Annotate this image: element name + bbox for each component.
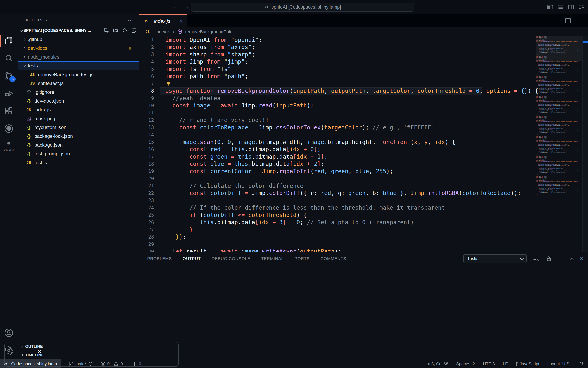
code-line-16[interactable]: 16 const red = this.bitmap.data[idx + 0]… bbox=[139, 146, 536, 153]
breadcrumb-file[interactable]: index.js bbox=[156, 29, 171, 34]
panel-tab-output[interactable]: OUTPUT bbox=[182, 253, 201, 264]
code-line-28[interactable]: 28 }); bbox=[139, 233, 536, 241]
close-panel-icon[interactable]: ✕ bbox=[579, 256, 584, 262]
split-editor-icon[interactable] bbox=[564, 17, 572, 24]
panel-tab-terminal[interactable]: TERMINAL bbox=[261, 253, 284, 264]
editor-more-icon[interactable]: ··· bbox=[577, 18, 584, 24]
status-item--javascript[interactable]: {} JavaScript bbox=[516, 361, 539, 366]
refresh-icon[interactable] bbox=[122, 28, 128, 33]
activity-item-github[interactable] bbox=[0, 120, 18, 138]
code-line-26[interactable]: 26 this.bitmap.data[idx + 3] = 0; // Set… bbox=[139, 219, 536, 226]
code-line-8[interactable]: 8async function removeBackgroundColor(in… bbox=[139, 87, 536, 95]
code-line-5[interactable]: 5import fs from "fs" bbox=[139, 65, 536, 73]
breadcrumb-symbol[interactable]: removeBackgroundColor bbox=[185, 29, 234, 34]
status-item-utf-8[interactable]: UTF-8 bbox=[483, 361, 495, 366]
activity-item-source-control[interactable]: 5 bbox=[0, 67, 18, 85]
panel-tab-ports[interactable]: PORTS bbox=[294, 253, 310, 264]
code-line-27[interactable]: 27 } bbox=[139, 226, 536, 233]
clear-output-icon[interactable] bbox=[533, 255, 539, 262]
sidebar-section-outline[interactable]: OUTLINE bbox=[18, 342, 139, 351]
code-line-11[interactable]: 11 bbox=[139, 109, 536, 117]
code-line-14[interactable]: 14 bbox=[139, 131, 536, 138]
layout-panel-icon[interactable] bbox=[557, 4, 564, 11]
layout-right-icon[interactable] bbox=[568, 4, 574, 11]
branch-indicator[interactable]: main* bbox=[68, 361, 93, 367]
tree-item-dev-docs[interactable]: dev-docs bbox=[18, 44, 139, 53]
code-line-22[interactable]: 22 const colorDiff = Jimp.colorDiff({ r:… bbox=[139, 190, 536, 197]
code-line-6[interactable]: 6import path from "path"; bbox=[139, 73, 536, 80]
new-file-icon[interactable] bbox=[103, 28, 110, 33]
code-line-19[interactable]: 19 const currentColor = Jimp.rgbaToInt(r… bbox=[139, 168, 536, 175]
code-line-21[interactable]: 21 // Calculate the color difference bbox=[139, 182, 536, 190]
tree-item-package-lock-json[interactable]: {}package-lock.json bbox=[18, 132, 139, 141]
tree-item-removebackground-test-js[interactable]: JSremoveBackground.test.js bbox=[18, 70, 139, 79]
lightbulb-icon[interactable] bbox=[165, 81, 171, 87]
code-line-9[interactable]: 9 //yeah fdsatea bbox=[139, 95, 536, 102]
activity-item-extensions[interactable] bbox=[0, 102, 18, 120]
tree-item--github[interactable]: .github bbox=[18, 35, 139, 44]
problems-indicator[interactable]: 0 0 bbox=[100, 361, 123, 367]
code-line-7[interactable]: 7 bbox=[139, 80, 536, 87]
tree-item-test-prompt-json[interactable]: {}test_prompt.json bbox=[18, 149, 139, 158]
nav-back-icon[interactable]: ← bbox=[172, 4, 178, 11]
output-content[interactable] bbox=[139, 265, 588, 359]
code-line-12[interactable]: 12 // r and t are very cool!! bbox=[139, 117, 536, 124]
minimap[interactable]: import OpenAI from "openai";import axios… bbox=[536, 36, 582, 252]
explorer-more-icon[interactable]: ··· bbox=[127, 17, 134, 23]
tree-item-node-modules[interactable]: node_modules bbox=[18, 53, 139, 61]
code-line-2[interactable]: 2import axios from "axios"; bbox=[139, 44, 536, 51]
code-line-1[interactable]: 1import OpenAI from "openai"; bbox=[139, 36, 536, 44]
activity-item-dev-docs[interactable]: Dev-Docs bbox=[0, 138, 18, 155]
code-line-25[interactable]: 25 if (colorDiff <= colorThreshold) { bbox=[139, 212, 536, 219]
code-line-4[interactable]: 4import Jimp from "jimp"; bbox=[139, 58, 536, 66]
tree-item-package-json[interactable]: {}package.json bbox=[18, 141, 139, 149]
code-line-18[interactable]: 18 const blue = this.bitmap.data[idx + 2… bbox=[139, 160, 536, 168]
code-line-29[interactable]: 29 bbox=[139, 241, 536, 248]
tree-item-dev-docs-json[interactable]: {}dev-docs.json bbox=[18, 97, 139, 105]
tree-item-test-js[interactable]: JStest.js bbox=[18, 158, 139, 167]
tree-item-mask-png[interactable]: mask.png bbox=[18, 114, 139, 123]
code-line-3[interactable]: 3import sharp from "sharp"; bbox=[139, 51, 536, 58]
bell-icon[interactable] bbox=[579, 361, 584, 367]
tab-index-js[interactable]: JS index.js ✕ bbox=[139, 14, 187, 28]
tree-item-sprite-test-js[interactable]: JSsprite.test.js bbox=[18, 79, 139, 88]
remote-indicator[interactable]: Codespaces: shiny lamp bbox=[0, 359, 61, 368]
nav-forward-icon[interactable]: → bbox=[184, 4, 190, 11]
activity-item-menu[interactable] bbox=[0, 14, 18, 32]
code-line-30[interactable]: 30 let result = await image.writeAsync(o… bbox=[139, 248, 536, 252]
tree-item-index-js[interactable]: JSindex.js bbox=[18, 105, 139, 114]
code-line-10[interactable]: 10 const image = await Jimp.read(inputPa… bbox=[139, 102, 536, 109]
sidebar-section-timeline[interactable]: TIMELINE bbox=[18, 351, 139, 359]
command-center-search[interactable]: spriteAI [Codespaces: shiny lamp] bbox=[191, 3, 414, 12]
project-root-row[interactable]: SPRITEAI [CODESPACES: SHINY ... bbox=[18, 26, 139, 35]
code-line-13[interactable]: 13 const colorToReplace = Jimp.cssColorT… bbox=[139, 124, 536, 131]
panel-tab-problems[interactable]: PROBLEMS bbox=[147, 253, 172, 264]
new-folder-icon[interactable] bbox=[113, 28, 119, 33]
code-line-15[interactable]: 15 image.scan(0, 0, image.bitmap.width, … bbox=[139, 138, 536, 146]
status-item-lf[interactable]: LF bbox=[503, 361, 508, 366]
code-editor[interactable]: 1import OpenAI from "openai";2import axi… bbox=[139, 36, 588, 252]
activity-item-settings[interactable] bbox=[0, 342, 18, 359]
lock-icon[interactable] bbox=[545, 255, 552, 262]
tab-close-icon[interactable]: ✕ bbox=[179, 18, 184, 24]
code-line-17[interactable]: 17 const green = this.bitmap.data[idx + … bbox=[139, 153, 536, 160]
panel-more-icon[interactable]: ··· bbox=[558, 255, 565, 262]
code-line-23[interactable]: 23 bbox=[139, 197, 536, 204]
code-line-20[interactable]: 20 bbox=[139, 175, 536, 182]
tree-item--gitignore[interactable]: .gitignore bbox=[18, 88, 139, 97]
status-item-layout-u-s-[interactable]: Layout: U.S. bbox=[547, 361, 570, 366]
tree-item-mycustom-json[interactable]: {}mycustom.json bbox=[18, 123, 139, 132]
maximize-panel-icon[interactable] bbox=[571, 258, 574, 261]
activity-item-account[interactable] bbox=[0, 324, 18, 342]
output-channel-select[interactable]: Tasks bbox=[463, 254, 527, 263]
activity-item-run-debug[interactable] bbox=[0, 85, 18, 102]
panel-tab-debug-console[interactable]: DEBUG CONSOLE bbox=[211, 253, 251, 264]
panel-tab-comments[interactable]: COMMENTS bbox=[320, 253, 347, 264]
layout-grid-icon[interactable] bbox=[578, 4, 585, 11]
ports-indicator[interactable]: 0 bbox=[132, 361, 141, 367]
status-item-spaces-2[interactable]: Spaces: 2 bbox=[456, 361, 475, 366]
collapse-all-icon[interactable] bbox=[131, 28, 137, 33]
activity-item-search[interactable] bbox=[0, 49, 18, 67]
tree-item-tests[interactable]: tests bbox=[18, 61, 139, 70]
activity-item-explorer[interactable] bbox=[0, 32, 18, 49]
